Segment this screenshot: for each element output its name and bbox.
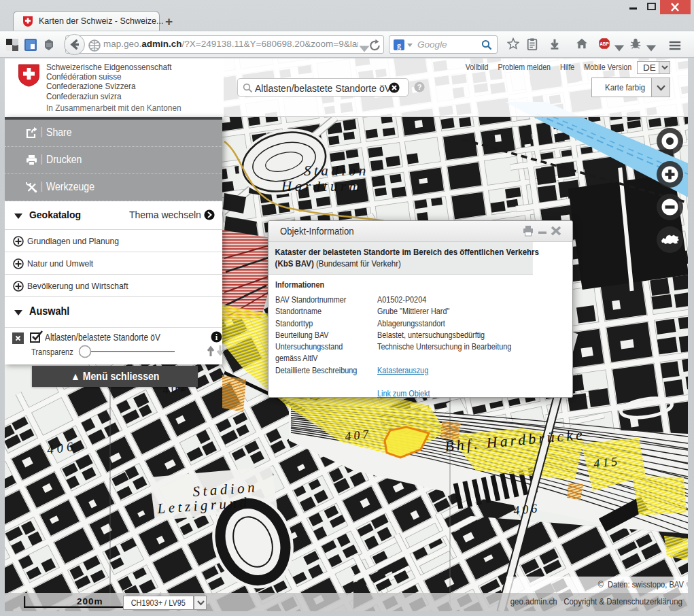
svg-text:g: g — [397, 41, 401, 50]
svg-text:Stadion: Stadion — [304, 162, 369, 179]
svg-text:?: ? — [417, 83, 422, 91]
svg-text:i: i — [215, 332, 218, 342]
svg-text:ABP: ABP — [600, 41, 609, 46]
svg-text:406: 406 — [513, 501, 540, 517]
svg-text:407: 407 — [344, 427, 372, 443]
svg-text:200m: 200m — [77, 596, 103, 606]
svg-text:Hardturm: Hardturm — [281, 178, 362, 194]
svg-text:415: 415 — [593, 454, 621, 470]
